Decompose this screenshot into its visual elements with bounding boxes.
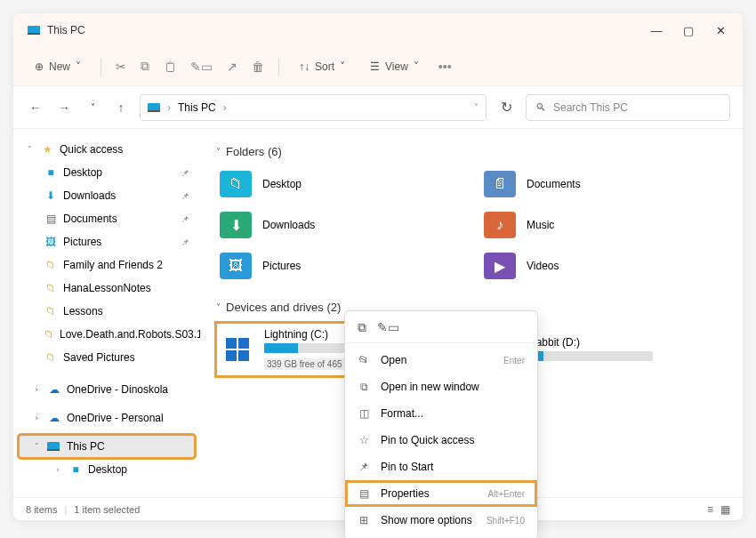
folders-header[interactable]: ˅Folders (6) <box>216 145 727 158</box>
properties-icon: ▤ <box>358 487 370 500</box>
cut-icon[interactable]: ✂ <box>116 60 126 74</box>
folder-music[interactable]: ♪Music <box>480 208 727 242</box>
sidebar-item-folder[interactable]: 📁︎Saved Pictures <box>19 346 195 369</box>
sidebar-item-folder[interactable]: 📁︎Lessons <box>19 300 195 323</box>
recent-button[interactable]: ˅ <box>83 102 102 112</box>
ctx-pin-start[interactable]: 📌︎Pin to Start <box>345 454 537 480</box>
sidebar-thispc-desktop[interactable]: ›■Desktop <box>19 458 195 481</box>
svg-rect-8 <box>226 350 237 361</box>
breadcrumb[interactable]: › This PC › ˅ <box>140 94 487 121</box>
copy-icon[interactable]: ⧉ <box>141 59 149 74</box>
windows-drive-icon <box>221 335 253 364</box>
sidebar-this-pc[interactable]: ˅This PC <box>19 435 195 458</box>
sidebar-item-desktop[interactable]: ■Desktop📌︎ <box>19 161 195 184</box>
ctx-show-more[interactable]: ⊞Show more optionsShift+F10 <box>345 507 537 534</box>
item-count: 8 items <box>26 504 57 515</box>
sidebar-quick-access[interactable]: ˅★Quick access <box>19 138 195 161</box>
details-view-icon[interactable]: ≡ <box>707 503 713 516</box>
up-button[interactable]: ↑ <box>111 100 131 115</box>
folder-downloads[interactable]: ⬇Downloads <box>216 208 462 242</box>
sidebar-item-documents[interactable]: ▤Documents📌︎ <box>19 207 195 230</box>
sidebar-item-folder[interactable]: 📁︎HanaLessonNotes <box>19 277 195 300</box>
minimize-button[interactable]: ― <box>648 22 664 38</box>
format-icon: ◫ <box>358 407 370 420</box>
forward-button[interactable]: → <box>54 100 74 115</box>
context-menu: ⧉ ✎▭ 📂︎OpenEnter ⧉Open in new window ◫Fo… <box>344 310 538 538</box>
search-input[interactable]: 🔍︎ Search This PC <box>526 94 730 121</box>
ctx-copy-icon[interactable]: ⧉ <box>358 320 366 335</box>
back-button[interactable]: ← <box>26 100 45 115</box>
svg-rect-6 <box>226 338 237 349</box>
sidebar-item-folder[interactable]: 📁︎Love.Death.and.Robots.S03.1( <box>19 323 195 346</box>
share-icon[interactable]: ↗ <box>227 60 237 74</box>
sidebar-onedrive[interactable]: ›☁OneDrive - Personal <box>19 406 195 430</box>
window-title: This PC <box>47 24 648 36</box>
sidebar-onedrive[interactable]: ›☁OneDrive - Dinoskola <box>19 378 195 401</box>
folder-open-icon: 📂︎ <box>358 354 370 366</box>
maximize-button[interactable]: ▢ <box>680 22 696 38</box>
svg-rect-9 <box>238 350 249 361</box>
star-icon: ☆ <box>358 434 370 446</box>
navbar: ← → ˅ ↑ › This PC › ˅ ↻ 🔍︎ Search This P… <box>13 86 743 129</box>
search-icon: 🔍︎ <box>535 101 546 114</box>
app-icon <box>28 25 40 36</box>
folder-videos[interactable]: ▶Videos <box>480 249 727 283</box>
ctx-open-new-window[interactable]: ⧉Open in new window <box>345 373 537 400</box>
ctx-pin-quick-access[interactable]: ☆Pin to Quick access <box>345 427 537 454</box>
breadcrumb-root[interactable]: This PC <box>178 101 216 114</box>
svg-rect-7 <box>238 338 249 349</box>
ctx-properties[interactable]: ▤PropertiesAlt+Enter <box>345 480 537 507</box>
rename-icon[interactable]: ✎▭ <box>190 60 213 74</box>
folder-documents[interactable]: 📄︎Documents <box>480 167 727 201</box>
sidebar: ˅★Quick access ■Desktop📌︎ ⬇Downloads📌︎ ▤… <box>13 129 200 497</box>
paste-icon[interactable]: 📋︎ <box>164 60 176 74</box>
view-button[interactable]: ☰ View ˅ <box>365 57 424 76</box>
ctx-rename-icon[interactable]: ✎▭ <box>377 320 399 335</box>
sidebar-item-downloads[interactable]: ⬇Downloads📌︎ <box>19 184 195 207</box>
sidebar-item-folder[interactable]: 📁︎Family and Friends 2 <box>19 253 195 277</box>
new-window-icon: ⧉ <box>358 381 370 393</box>
svg-rect-1 <box>28 33 40 35</box>
more-options-icon: ⊞ <box>358 514 370 526</box>
more-icon[interactable]: ••• <box>438 60 452 74</box>
ctx-format[interactable]: ◫Format... <box>345 400 537 427</box>
toolbar: ⊕ New ˅ ✂ ⧉ 📋︎ ✎▭ ↗ 🗑︎ ↑↓ Sort ˅ ☰ View … <box>13 47 743 86</box>
pc-icon <box>148 102 160 113</box>
sidebar-item-pictures[interactable]: 🖼︎Pictures📌︎ <box>19 230 195 253</box>
folder-pictures[interactable]: 🖼︎Pictures <box>216 249 462 283</box>
folder-desktop[interactable]: 📁︎Desktop <box>216 167 462 201</box>
delete-icon[interactable]: 🗑︎ <box>252 60 264 74</box>
tiles-view-icon[interactable]: ▦ <box>720 503 730 516</box>
refresh-button[interactable]: ↻ <box>495 99 517 116</box>
close-button[interactable]: ✕ <box>712 22 728 38</box>
titlebar: This PC ― ▢ ✕ <box>13 13 743 47</box>
ctx-open[interactable]: 📂︎OpenEnter <box>345 347 537 373</box>
svg-rect-5 <box>47 449 60 451</box>
sort-button[interactable]: ↑↓ Sort ˅ <box>294 57 350 76</box>
pin-icon: 📌︎ <box>358 461 370 473</box>
explorer-window: This PC ― ▢ ✕ ⊕ New ˅ ✂ ⧉ 📋︎ ✎▭ ↗ 🗑︎ ↑↓ … <box>13 13 743 520</box>
new-button[interactable]: ⊕ New ˅ <box>29 57 86 76</box>
selection-count: 1 item selected <box>74 504 140 515</box>
svg-rect-3 <box>148 110 160 112</box>
